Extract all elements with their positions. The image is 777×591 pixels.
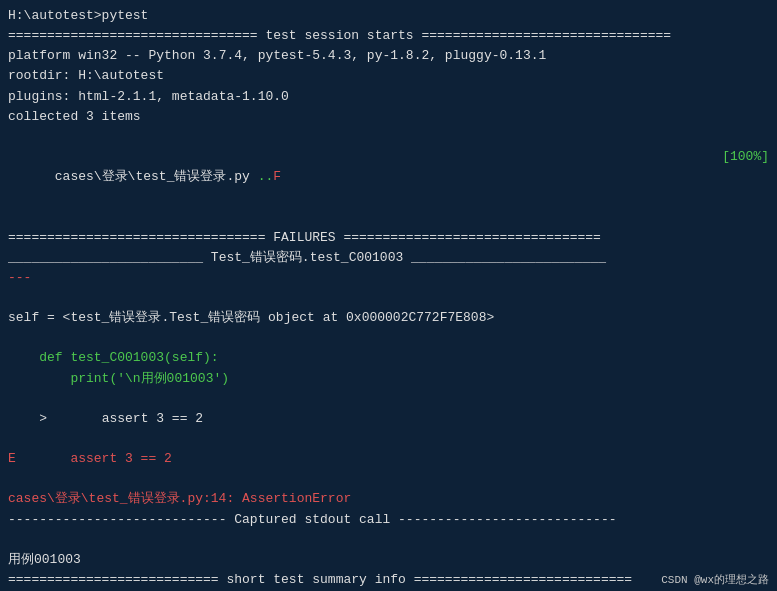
- arrow-symbol: >: [39, 411, 101, 426]
- sep-line-1: ================================ test se…: [8, 26, 769, 46]
- test-name-sep: _________________________ Test_错误密码.test…: [8, 248, 769, 268]
- rootdir-line: rootdir: H:\autotest: [8, 66, 769, 86]
- watermark-text: CSDN @wx的理想之路: [661, 572, 769, 587]
- stdout-sep-line: ---------------------------- Captured st…: [8, 510, 769, 530]
- terminal-window: H:\autotest>pytest =====================…: [0, 0, 777, 591]
- platform-line: platform win32 -- Python 3.7.4, pytest-5…: [8, 46, 769, 66]
- assert-arrow-line: > assert 3 == 2: [8, 389, 769, 449]
- pass-dots: ..: [258, 169, 274, 184]
- used-example-line: 用例001003: [8, 550, 769, 570]
- plugins-line: plugins: html-2.1.1, metadata-1.10.0: [8, 87, 769, 107]
- sep-failures: ================================= FAILUR…: [8, 228, 769, 248]
- blank-6: [8, 530, 769, 550]
- blank-5: [8, 469, 769, 489]
- blank-4: [8, 328, 769, 348]
- def-line: def test_C001003(self):: [8, 348, 769, 368]
- test-file-line: cases\登录\test_错误登录.py ..F [100%]: [8, 147, 769, 207]
- percent-label: [100%]: [722, 147, 769, 207]
- dash-line: ---: [8, 268, 769, 288]
- blank-2: [8, 207, 769, 227]
- command-line: H:\autotest>pytest: [8, 6, 769, 26]
- error-path-line: cases\登录\test_错误登录.py:14: AssertionError: [8, 489, 769, 509]
- print-line: print('\n用例001003'): [8, 369, 769, 389]
- assert-error-line: E assert 3 == 2: [8, 449, 769, 469]
- self-line: self = <test_错误登录.Test_错误密码 object at 0x…: [8, 308, 769, 328]
- summary-sep-line: =========================== short test s…: [8, 570, 769, 590]
- collected-line: collected 3 items: [8, 107, 769, 127]
- blank-3: [8, 288, 769, 308]
- blank-1: [8, 127, 769, 147]
- assert-keyword: assert 3 == 2: [102, 411, 203, 426]
- test-file-path: cases\登录\test_错误登录.py: [55, 169, 258, 184]
- fail-dot: F: [273, 169, 281, 184]
